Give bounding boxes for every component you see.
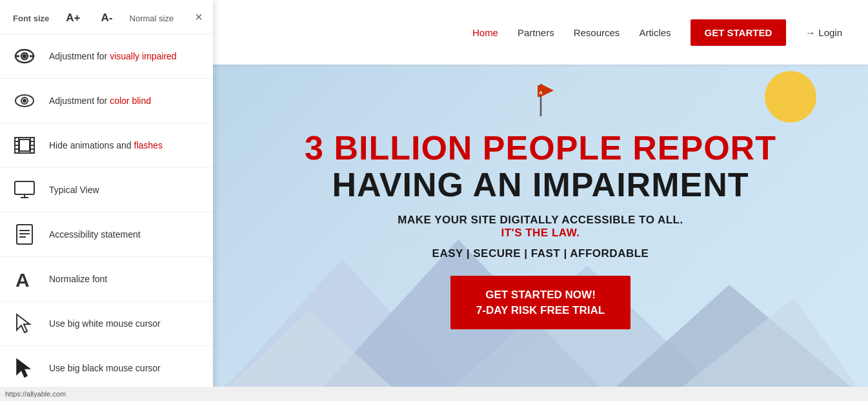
visually-impaired-label: Adjustment for visually impaired <box>49 51 177 61</box>
status-bar: https://allyable.com <box>0 387 868 401</box>
font-size-label: Font size <box>13 14 49 23</box>
nav-home[interactable]: Home <box>472 27 498 38</box>
panel-item-white-cursor[interactable]: Use big white mouse cursor <box>0 302 213 346</box>
accessibility-statement-label: Accessibility statement <box>49 229 141 240</box>
hero-flag: A <box>525 77 557 119</box>
cursor-black-icon <box>12 355 37 381</box>
svg-text:A: A <box>539 90 543 96</box>
main-nav: Home Partners Resources Articles GET STA… <box>472 19 842 46</box>
hero-law: IT'S THE LAW. <box>305 227 776 240</box>
hero-subtitle: MAKE YOUR SITE DIGITALLY ACCESSIBLE TO A… <box>305 214 776 227</box>
panel-item-black-cursor[interactable]: Use big black mouse cursor <box>0 346 213 391</box>
svg-rect-23 <box>15 181 34 194</box>
panel-item-visually-impaired[interactable]: Adjustment for visually impaired <box>0 34 213 79</box>
panel-header: Font size A+ A- Normal size × <box>0 0 213 34</box>
hero-sun <box>765 71 816 123</box>
black-cursor-label: Use big black mouse cursor <box>49 363 161 373</box>
nav-partners[interactable]: Partners <box>518 27 554 38</box>
film-strip-icon <box>12 132 37 158</box>
svg-rect-22 <box>19 139 30 151</box>
font-decrease-button[interactable]: A- <box>97 10 117 26</box>
login-button[interactable]: → Login <box>805 27 842 38</box>
svg-point-7 <box>23 55 26 57</box>
font-increase-button[interactable]: A+ <box>62 10 84 26</box>
eye-strong-icon <box>12 43 37 69</box>
panel-close-button[interactable]: × <box>195 10 203 25</box>
svg-marker-31 <box>17 314 30 333</box>
normalize-font-label: Normalize font <box>49 274 107 284</box>
hero-title-line1: 3 BILLION PEOPLE REPORT <box>305 130 776 167</box>
monitor-icon <box>12 177 37 203</box>
hero-cta-line1: GET STARTED NOW! <box>476 287 605 303</box>
accessibility-panel: Font size A+ A- Normal size × Adjustment… <box>0 0 213 401</box>
panel-item-color-blind[interactable]: Adjustment for color blind <box>0 79 213 123</box>
svg-marker-32 <box>17 359 30 377</box>
cursor-white-icon <box>12 311 37 336</box>
document-icon <box>12 221 37 247</box>
nav-resources[interactable]: Resources <box>574 27 620 38</box>
panel-item-hide-animations[interactable]: Hide animations and flashes <box>0 123 213 168</box>
color-blind-label: Adjustment for color blind <box>49 96 151 106</box>
font-normal-label: Normal size <box>130 14 174 23</box>
font-a-icon: A <box>12 266 37 292</box>
hero-title-line2: HAVING AN IMPAIRMENT <box>305 167 776 203</box>
login-arrow-icon: → <box>805 27 815 38</box>
panel-item-accessibility-statement[interactable]: Accessibility statement <box>0 212 213 257</box>
hero-cta-button[interactable]: GET STARTED NOW! 7-DAY RISK FREE TRIAL <box>450 276 631 330</box>
svg-text:A: A <box>15 269 30 291</box>
svg-point-12 <box>23 99 26 102</box>
panel-item-normalize-font[interactable]: A Normalize font <box>0 257 213 302</box>
panel-item-typical-view[interactable]: Typical View <box>0 168 213 212</box>
typical-view-label: Typical View <box>49 185 99 195</box>
white-cursor-label: Use big white mouse cursor <box>49 318 161 329</box>
hero-cta-line2: 7-DAY RISK FREE TRIAL <box>476 303 605 318</box>
panel-items-list: Adjustment for visually impaired Adjustm… <box>0 34 213 401</box>
status-url: https://allyable.com <box>5 390 66 398</box>
hide-animations-label: Hide animations and flashes <box>49 140 163 150</box>
eye-simple-icon <box>12 88 37 114</box>
get-started-button[interactable]: GET STARTED <box>691 19 787 46</box>
hero-content: 3 BILLION PEOPLE REPORT HAVING AN IMPAIR… <box>305 130 776 330</box>
nav-articles[interactable]: Articles <box>639 27 671 38</box>
hero-features: EASY | SECURE | FAST | AFFORDABLE <box>305 247 776 260</box>
